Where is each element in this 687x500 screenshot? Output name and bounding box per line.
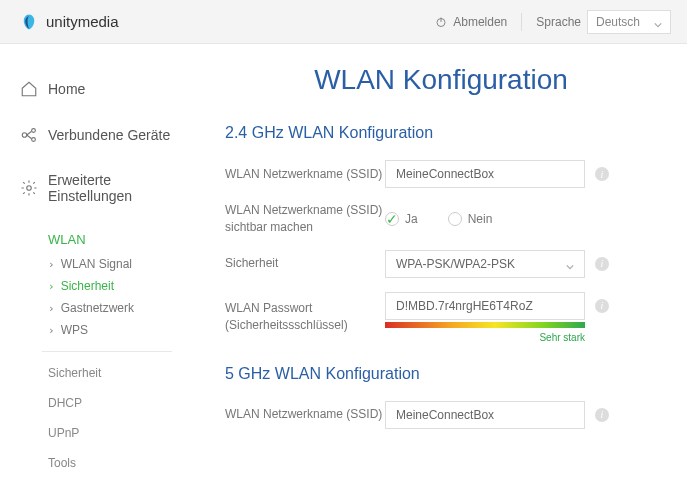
password-strength-bar — [385, 322, 585, 328]
nav-devices[interactable]: Verbundene Geräte — [20, 126, 195, 144]
password-strength-label: Sehr stark — [385, 332, 585, 343]
subnav-wlan-guest[interactable]: ›Gastnetzwerk — [48, 301, 195, 315]
topbar-divider — [521, 13, 522, 31]
home-icon — [20, 80, 38, 98]
row-password-24: WLAN Passwort (Sicherheitssschlüssel) i … — [225, 292, 657, 343]
subnav-security[interactable]: Sicherheit — [48, 366, 195, 380]
nav-home[interactable]: Home — [20, 80, 195, 98]
info-icon[interactable]: i — [595, 299, 609, 313]
page-title: WLAN Konfiguration — [225, 64, 657, 96]
row-security-24: Sicherheit WPA-PSK/WPA2-PSK i — [225, 250, 657, 278]
topbar: unitymedia Abmelden Sprache Deutsch — [0, 0, 687, 44]
subnav-dhcp[interactable]: DHCP — [48, 396, 195, 410]
subnav-upnp[interactable]: UPnP — [48, 426, 195, 440]
password-label: WLAN Passwort (Sicherheitssschlüssel) — [225, 300, 385, 334]
nav-advanced-label: Erweiterte Einstellungen — [48, 172, 195, 204]
subnav-guest-label: Gastnetzwerk — [61, 301, 134, 315]
chevron-down-icon — [654, 18, 662, 26]
svg-point-3 — [32, 129, 36, 133]
svg-point-2 — [22, 133, 27, 138]
radio-visible-yes[interactable]: ✓ Ja — [385, 212, 418, 226]
chevron-right-icon: › — [48, 324, 55, 337]
ssid-input-5[interactable] — [385, 401, 585, 429]
svg-line-5 — [27, 131, 32, 135]
chevron-right-icon: › — [48, 302, 55, 315]
row-ssid-24: WLAN Netzwerkname (SSID) i — [225, 160, 657, 188]
security-label: Sicherheit — [225, 255, 385, 272]
brand-logo-icon — [20, 13, 38, 31]
ssid-label: WLAN Netzwerkname (SSID) — [225, 166, 385, 183]
nav-home-label: Home — [48, 81, 85, 97]
subnav-wlan-wps[interactable]: ›WPS — [48, 323, 195, 337]
radio-visible-no[interactable]: Nein — [448, 212, 493, 226]
sidebar: Home Verbundene Geräte Erweiterte Einste… — [0, 44, 195, 486]
language-selector: Sprache Deutsch — [536, 10, 671, 34]
main-content: WLAN Konfiguration 2.4 GHz WLAN Konfigur… — [195, 44, 687, 486]
subnav-wlan-security[interactable]: ›Sicherheit — [48, 279, 195, 293]
visible-label: WLAN Netzwerkname (SSID) sichtbar machen — [225, 202, 385, 236]
power-icon — [435, 16, 447, 28]
nav-advanced[interactable]: Erweiterte Einstellungen — [20, 172, 195, 204]
ssid-label-5: WLAN Netzwerkname (SSID) — [225, 406, 385, 423]
subnav-separator — [42, 351, 172, 352]
language-dropdown[interactable]: Deutsch — [587, 10, 671, 34]
subnav: WLAN ›WLAN Signal ›Sicherheit ›Gastnetzw… — [48, 232, 195, 470]
svg-point-4 — [32, 138, 36, 142]
check-icon: ✓ — [386, 212, 398, 226]
subnav-wps-label: WPS — [61, 323, 88, 337]
nav-devices-label: Verbundene Geräte — [48, 127, 170, 143]
logout-label: Abmelden — [453, 15, 507, 29]
subnav-signal-label: WLAN Signal — [61, 257, 132, 271]
row-visible-24: WLAN Netzwerkname (SSID) sichtbar machen… — [225, 202, 657, 236]
password-input-24[interactable] — [385, 292, 585, 320]
language-value: Deutsch — [596, 15, 640, 29]
info-icon[interactable]: i — [595, 257, 609, 271]
info-icon[interactable]: i — [595, 408, 609, 422]
radio-yes-label: Ja — [405, 212, 418, 226]
svg-point-7 — [27, 186, 32, 191]
section-5ghz-title: 5 GHz WLAN Konfiguration — [225, 365, 657, 383]
logout-link[interactable]: Abmelden — [435, 15, 507, 29]
section-24ghz-title: 2.4 GHz WLAN Konfiguration — [225, 124, 657, 142]
security-select-24[interactable]: WPA-PSK/WPA2-PSK — [385, 250, 585, 278]
chevron-right-icon: › — [48, 258, 55, 271]
radio-no-label: Nein — [468, 212, 493, 226]
topbar-right: Abmelden Sprache Deutsch — [435, 10, 671, 34]
brand-name: unitymedia — [46, 13, 119, 30]
brand: unitymedia — [20, 13, 119, 31]
security-value: WPA-PSK/WPA2-PSK — [396, 257, 515, 271]
chevron-right-icon: › — [48, 280, 55, 293]
devices-icon — [20, 126, 38, 144]
chevron-down-icon — [566, 260, 574, 268]
subnav-wlan[interactable]: WLAN — [48, 232, 195, 247]
gear-icon — [20, 179, 38, 197]
subnav-security-label: Sicherheit — [61, 279, 114, 293]
language-label: Sprache — [536, 15, 581, 29]
ssid-input-24[interactable] — [385, 160, 585, 188]
subnav-wlan-signal[interactable]: ›WLAN Signal — [48, 257, 195, 271]
info-icon[interactable]: i — [595, 167, 609, 181]
row-ssid-5: WLAN Netzwerkname (SSID) i — [225, 401, 657, 429]
subnav-tools[interactable]: Tools — [48, 456, 195, 470]
svg-line-6 — [27, 135, 32, 139]
